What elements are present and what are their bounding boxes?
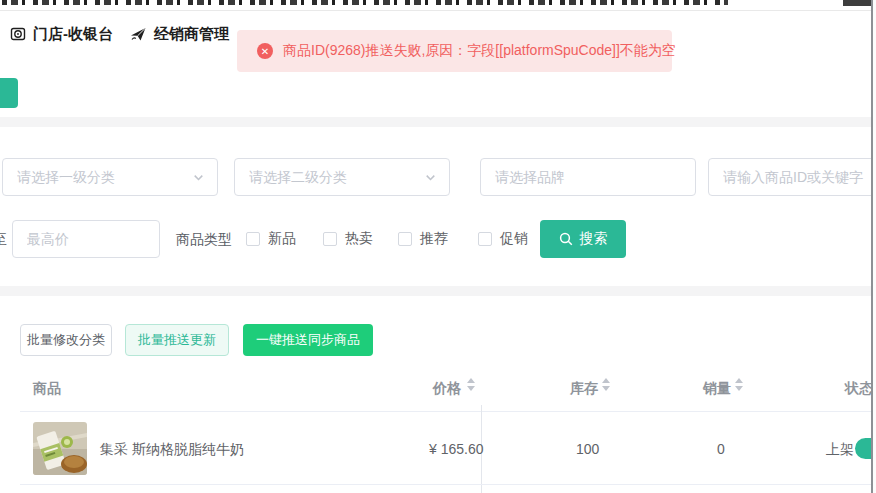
- sort-desc-icon: [602, 386, 610, 391]
- category2-select[interactable]: [234, 158, 450, 196]
- category2-select-input: [247, 168, 424, 186]
- keyword-input-field: [721, 168, 876, 186]
- column-header-product: 商品: [33, 380, 61, 398]
- keyword-input[interactable]: [708, 158, 876, 196]
- column-header-sales[interactable]: 销量: [703, 380, 731, 398]
- tab-dealer-management[interactable]: 经销商管理: [130, 23, 229, 45]
- tab-label: 经销商管理: [154, 25, 229, 44]
- sort-asc-icon: [602, 378, 610, 383]
- product-management-page: 门店-收银台 经销商管理 ✕ 商品ID(9268)推送失败,原因：字段[[pla…: [0, 0, 876, 493]
- product-type-label: 商品类型: [176, 231, 232, 249]
- error-circle-icon: ✕: [257, 43, 273, 59]
- column-header-stock[interactable]: 库存: [570, 380, 598, 398]
- checkbox-label: 推荐: [420, 230, 448, 248]
- top-divider: [0, 10, 876, 11]
- tab-label: 门店-收银台: [33, 25, 113, 44]
- checkbox-box: [478, 232, 492, 246]
- product-thumbnail: [33, 422, 87, 475]
- sales-sort-control[interactable]: [735, 378, 743, 391]
- checkbox-box: [398, 232, 412, 246]
- table-row-border: [20, 484, 876, 485]
- brand-select[interactable]: [480, 158, 696, 196]
- chevron-down-icon: [192, 171, 205, 184]
- category1-select-input: [15, 168, 192, 186]
- batch-push-update-button[interactable]: 批量推送更新: [125, 324, 229, 356]
- error-toast: ✕ 商品ID(9268)推送失败,原因：字段[[platformSpuCode]…: [237, 30, 672, 72]
- section-divider-strip: [0, 117, 876, 127]
- sort-asc-icon: [735, 378, 743, 383]
- table-header-border: [20, 411, 876, 412]
- max-price-input-field: [25, 230, 147, 248]
- checkbox-label: 促销: [500, 230, 528, 248]
- category1-select[interactable]: [2, 158, 218, 196]
- sort-desc-icon: [467, 386, 475, 391]
- sort-desc-icon: [735, 386, 743, 391]
- cashier-icon: [10, 26, 26, 42]
- stock-sort-control[interactable]: [602, 378, 610, 391]
- checkbox-label: 新品: [268, 230, 296, 248]
- checkbox-new[interactable]: 新品: [246, 230, 296, 248]
- price-range-to-label: 至: [0, 231, 7, 249]
- column-header-status: 状态: [845, 380, 873, 398]
- brand-select-input: [493, 168, 683, 186]
- product-stock: 100: [576, 441, 599, 457]
- clipped-green-button[interactable]: [0, 78, 18, 108]
- rocket-icon: [130, 26, 147, 42]
- max-price-input[interactable]: [12, 220, 160, 258]
- product-name: 集采 斯纳格脱脂纯牛奶: [100, 441, 244, 459]
- one-click-sync-button[interactable]: 一键推送同步商品: [243, 324, 373, 356]
- clipped-text-fragments: [2, 0, 728, 5]
- search-button-label: 搜索: [580, 230, 608, 248]
- checkbox-box: [246, 232, 260, 246]
- search-button[interactable]: 搜索: [540, 220, 626, 258]
- checkbox-promo[interactable]: 促销: [478, 230, 528, 248]
- checkbox-hot[interactable]: 热卖: [323, 230, 373, 248]
- product-sales: 0: [717, 441, 725, 457]
- price-sort-control[interactable]: [467, 378, 475, 391]
- checkbox-label: 热卖: [345, 230, 373, 248]
- sort-asc-icon: [467, 378, 475, 383]
- error-toast-message: 商品ID(9268)推送失败,原因：字段[[platformSpuCode]]不…: [283, 42, 676, 60]
- chevron-down-icon: [424, 171, 437, 184]
- product-status-label: 上架: [826, 441, 854, 459]
- batch-edit-category-button[interactable]: 批量修改分类: [20, 324, 112, 356]
- checkbox-recommend[interactable]: 推荐: [398, 230, 448, 248]
- section-divider-strip: [0, 286, 876, 296]
- column-header-price[interactable]: 价格: [433, 380, 461, 398]
- search-icon: [559, 232, 573, 246]
- clipped-browser-strip: [0, 0, 876, 6]
- product-price: ¥ 165.60: [429, 441, 484, 457]
- tab-store-cashier[interactable]: 门店-收银台: [10, 23, 113, 45]
- checkbox-box: [323, 232, 337, 246]
